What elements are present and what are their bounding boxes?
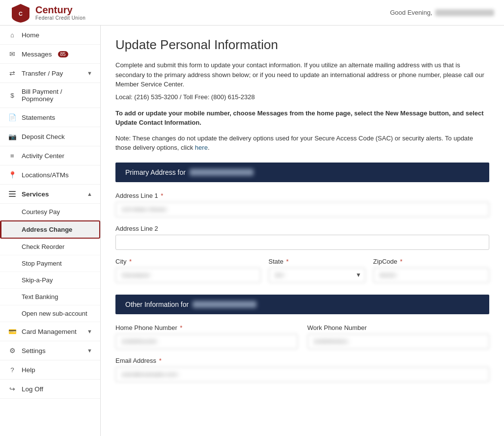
sidebar-item-transfer-pay[interactable]: ⇄ Transfer / Pay ▼ — [0, 64, 100, 83]
sidebar-sub-item-address-change[interactable]: Address Change — [0, 220, 100, 239]
chevron-down-icon: ▼ — [87, 70, 92, 76]
address-line2-row: Address Line 2 — [115, 225, 489, 250]
sidebar-label-card-management: Card Management — [22, 328, 77, 335]
sidebar-label-log-off: Log Off — [22, 385, 43, 393]
svg-text:C: C — [19, 11, 23, 17]
sidebar-item-home[interactable]: ⌂ Home — [0, 26, 100, 45]
sidebar-sub-item-stop-payment[interactable]: Stop Payment — [0, 255, 100, 272]
email-label: Email Address * — [115, 357, 489, 364]
sidebar-sub-item-check-reorder[interactable]: Check Reorder — [0, 239, 100, 255]
home-phone-label: Home Phone Number * — [115, 324, 298, 331]
sidebar-item-help[interactable]: ? Help — [0, 360, 100, 380]
other-info-header: Other Information for — [115, 295, 489, 314]
home-phone-input[interactable] — [115, 334, 298, 349]
primary-address-label: Primary Address for — [125, 168, 186, 176]
location-icon: 📍 — [8, 170, 17, 179]
header: C Century Federal Credit Union Good Even… — [0, 0, 504, 26]
sidebar-item-locations-atms[interactable]: 📍 Locations/ATMs — [0, 165, 100, 185]
notice-mobile: To add or update your mobile number, cho… — [115, 109, 489, 128]
phone-row: Home Phone Number * Work Phone Number — [115, 324, 489, 349]
address-line2-label: Address Line 2 — [115, 225, 489, 232]
city-input[interactable] — [115, 268, 261, 283]
header-right: Good Evening, — [390, 9, 494, 16]
transfer-icon: ⇄ — [8, 69, 17, 78]
chevron-up-icon: ▲ — [87, 191, 92, 197]
activity-icon: ≡ — [8, 151, 17, 160]
sidebar-label-home: Home — [22, 31, 39, 39]
sidebar-sub-label-check-reorder: Check Reorder — [22, 243, 64, 250]
mail-icon: ✉ — [8, 50, 17, 58]
sidebar-sub-label-stop-payment: Stop Payment — [22, 260, 62, 267]
sidebar-label-services: Services — [22, 191, 49, 198]
logout-icon: ↪ — [8, 384, 17, 393]
sidebar-label-deposit-check: Deposit Check — [22, 133, 65, 140]
sidebar: ⌂ Home ✉ Messages 85 ⇄ Transfer / Pay ▼ … — [0, 26, 101, 436]
sidebar-label-locations-atms: Locations/ATMs — [22, 171, 69, 179]
city-col: City * — [115, 258, 261, 283]
city-label: City * — [115, 258, 261, 265]
sidebar-sub-item-open-new-sub-account[interactable]: Open new sub-account — [0, 305, 100, 322]
primary-address-header: Primary Address for — [115, 163, 489, 182]
sidebar-sub-label-text-banking: Text Banking — [22, 293, 58, 300]
greeting-text: Good Evening, — [390, 9, 432, 16]
logo-shield-icon: C — [10, 3, 31, 23]
sidebar-sub-label-open-new-sub-account: Open new sub-account — [22, 310, 87, 317]
money-icon: $ — [8, 91, 17, 100]
card-icon: 💳 — [8, 327, 17, 336]
sidebar-label-statements: Statements — [22, 114, 55, 121]
sidebar-sub-item-courtesy-pay[interactable]: Courtesy Pay — [0, 204, 100, 220]
address-line2-input[interactable] — [115, 235, 489, 250]
here-link[interactable]: here — [195, 144, 208, 151]
main-content: Update Personal Information Complete and… — [101, 26, 504, 436]
city-state-zip-row: City * State * OH ▼ ZipCo — [115, 258, 489, 283]
zip-col: ZipCode * — [373, 258, 489, 283]
logo-text: Century Federal Credit Union — [35, 4, 85, 21]
primary-address-name-blurred — [190, 169, 253, 176]
sidebar-item-bill-payment[interactable]: $ Bill Payment / Popmoney — [0, 83, 100, 108]
sidebar-item-settings[interactable]: ⚙ Settings ▼ — [0, 341, 100, 360]
sidebar-label-settings: Settings — [22, 347, 46, 354]
work-phone-label: Work Phone Number — [308, 324, 490, 331]
state-select[interactable]: OH — [269, 268, 365, 283]
sidebar-label-transfer-pay: Transfer / Pay — [22, 70, 63, 77]
sidebar-item-card-management[interactable]: 💳 Card Management ▼ — [0, 322, 100, 341]
sidebar-label-help: Help — [22, 366, 35, 374]
work-phone-input[interactable] — [308, 334, 490, 349]
sidebar-sub-item-skip-a-pay[interactable]: Skip-a-Pay — [0, 272, 100, 289]
state-select-wrapper: OH ▼ — [269, 268, 365, 283]
sidebar-item-statements[interactable]: 📄 Statements — [0, 108, 100, 127]
sidebar-item-log-off[interactable]: ↪ Log Off — [0, 380, 100, 399]
sidebar-item-messages[interactable]: ✉ Messages 85 — [0, 45, 100, 64]
chevron-down-icon-settings: ▼ — [87, 348, 92, 354]
sidebar-item-deposit-check[interactable]: 📷 Deposit Check — [0, 127, 100, 146]
sidebar-sub-label-courtesy-pay: Courtesy Pay — [22, 208, 60, 216]
chevron-down-icon-card: ▼ — [87, 328, 92, 334]
sidebar-label-activity-center: Activity Center — [22, 152, 64, 160]
home-phone-col: Home Phone Number * — [115, 324, 298, 349]
email-row: Email Address * — [115, 357, 489, 382]
email-input[interactable] — [115, 367, 489, 382]
other-info-label: Other Information for — [125, 300, 189, 308]
state-label: State * — [269, 258, 365, 265]
sidebar-label-bill-payment: Bill Payment / Popmoney — [22, 88, 92, 103]
sidebar-sub-label-address-change: Address Change — [22, 226, 72, 233]
address-line1-label: Address Line 1 * — [115, 192, 489, 199]
notice-sac: Note: These changes do not update the de… — [115, 134, 489, 153]
other-info-name-blurred — [193, 301, 256, 308]
svg-rect-2 — [9, 193, 16, 194]
services-icon — [8, 190, 17, 198]
sidebar-sub-item-text-banking[interactable]: Text Banking — [0, 289, 100, 305]
logo-area: C Century Federal Credit Union — [10, 3, 85, 23]
intro-text: Complete and submit this form to update … — [115, 60, 489, 89]
brand-sub: Federal Credit Union — [35, 15, 85, 21]
zipcode-input[interactable] — [373, 268, 489, 283]
username-blurred — [435, 9, 494, 16]
svg-rect-3 — [9, 196, 16, 197]
address-line1-input[interactable] — [115, 202, 489, 217]
svg-rect-1 — [9, 191, 16, 192]
camera-icon: 📷 — [8, 132, 17, 141]
zipcode-label: ZipCode * — [373, 258, 489, 265]
sidebar-item-services[interactable]: Services ▲ — [0, 185, 100, 204]
sidebar-label-messages: Messages — [22, 51, 52, 58]
sidebar-item-activity-center[interactable]: ≡ Activity Center — [0, 146, 100, 165]
